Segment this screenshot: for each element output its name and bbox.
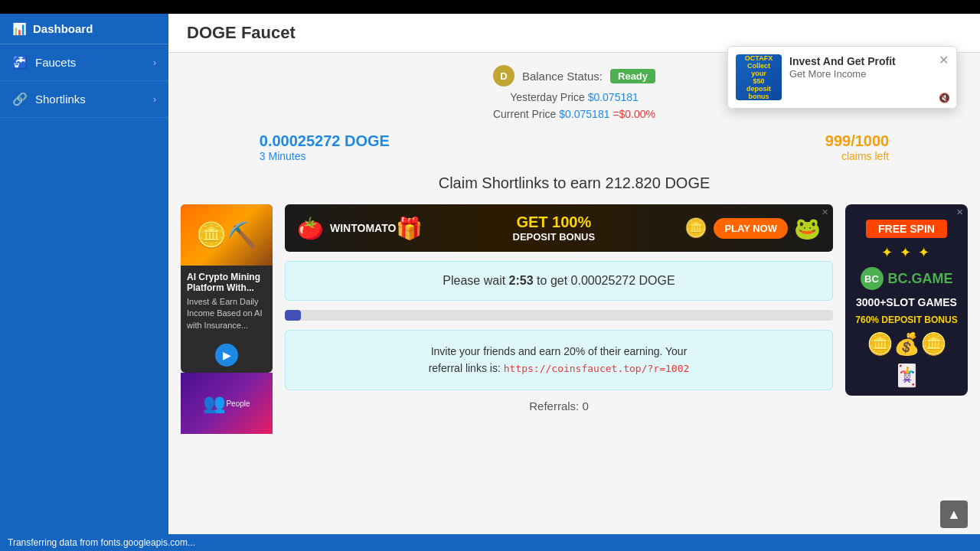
coins-decoration: 🪙💰🪙 (867, 331, 947, 357)
referral-link[interactable]: https://coinsfaucet.top/?r=1002 (504, 363, 690, 374)
notification-title: Invest And Get Profit (789, 54, 931, 68)
notification-subtitle: Get More Income (789, 68, 931, 80)
tomato-icon: 🍅 (297, 216, 324, 241)
notification-img-text: OCTAFXCollectyour$50depositbonus (745, 54, 773, 100)
left-ad-box: 🪙⛏️ AI Crypto Mining Platform With... In… (181, 204, 273, 373)
shortlinks-arrow: › (153, 94, 156, 105)
gift-icon: 🎁 (396, 216, 423, 241)
balance-status-badge: Ready (610, 69, 655, 83)
current-value: $0.075181 (559, 108, 609, 120)
left-ad-text-block: AI Crypto Mining Platform With... Invest… (181, 266, 273, 337)
wintomato-banner[interactable]: ✕ 🍅 WINTOMATO 🎁 GET 100% DEPOSIT BONUS 🪙 (285, 204, 833, 252)
sidebar-item-faucets-label: Faucets (35, 56, 76, 69)
deposit-text: 760% DEPOSIT BONUS (855, 315, 957, 325)
progress-bar-container (285, 310, 833, 321)
page-title: DOGE Faucet (187, 23, 962, 43)
balance-status-row: D Balance Status: Ready (493, 65, 655, 86)
sidebar-item-faucets[interactable]: 🚰 Faucets › (0, 44, 168, 81)
status-bar-text: Transferring data from fonts.googleapis.… (8, 537, 195, 548)
faucets-arrow: › (153, 57, 156, 68)
stat-left: 0.00025272 DOGE 3 Minutes (260, 132, 390, 162)
content-area: D Balance Status: Ready Yesterday Price … (168, 53, 980, 446)
status-bar: Transferring data from fonts.googleapis.… (0, 534, 980, 551)
stats-row: 0.00025272 DOGE 3 Minutes 999/1000 claim… (260, 132, 889, 162)
wintomato-close[interactable]: ✕ (822, 207, 828, 217)
dashboard-icon: 📊 (12, 22, 27, 36)
get-100-text: GET 100% (423, 214, 684, 231)
play-icon: ▶ (223, 349, 231, 361)
stat-right: 999/1000 claims left (825, 132, 889, 162)
stars-decoration: ✦ ✦ ✦ (881, 244, 931, 261)
sidebar: 📊 Dashboard 🚰 Faucets › 🔗 Shortlinks › (0, 14, 168, 551)
wait-box: Please wait 2:53 to get 0.00025272 DOGE (285, 261, 833, 301)
stat-claims-label: claims left (825, 150, 889, 162)
stat-amount: 0.00025272 DOGE (260, 132, 390, 150)
notification-mute-button[interactable]: 🔇 (939, 93, 950, 103)
wait-suffix: to get 0.00025272 DOGE (534, 274, 675, 287)
doge-icon: D (493, 65, 514, 86)
referral-line1: Invite your friends and earn 20% of thei… (298, 343, 820, 360)
notification-text-block: Invest And Get Profit Get More Income (789, 54, 931, 80)
banner-center: GET 100% DEPOSIT BONUS (423, 214, 684, 243)
banner-right: 🪙 PLAY NOW 🐸 (684, 216, 821, 241)
frog-icon: 🐸 (794, 216, 821, 241)
stat-claims-fraction: 999/1000 (825, 132, 889, 150)
notification-image: OCTAFXCollectyour$50depositbonus (736, 54, 782, 100)
referral-box: Invite your friends and earn 20% of thei… (285, 330, 833, 390)
wintomato-left: 🍅 WINTOMATO (297, 216, 396, 241)
notification-popup: OCTAFXCollectyour$50depositbonus Invest … (727, 46, 957, 109)
current-label: Current Price (493, 108, 556, 120)
right-ad: ✕ FREE SPIN ✦ ✦ ✦ BC BC.GAME 3000+SLOT G… (845, 204, 968, 396)
center-content: ✕ 🍅 WINTOMATO 🎁 GET 100% DEPOSIT BONUS 🪙 (285, 204, 833, 412)
sidebar-header[interactable]: 📊 Dashboard (0, 14, 168, 44)
scroll-top-button[interactable]: ▲ (940, 500, 968, 528)
left-ad-description: Invest & Earn Daily Income Based on AI w… (187, 296, 266, 331)
notification-close-button[interactable]: ✕ (939, 54, 949, 67)
right-ad-box: ✕ FREE SPIN ✦ ✦ ✦ BC BC.GAME 3000+SLOT G… (845, 204, 968, 396)
scroll-top-icon: ▲ (947, 507, 961, 523)
stat-timer: 3 Minutes (260, 150, 390, 162)
slots-text: 3000+SLOT GAMES (856, 296, 957, 308)
yesterday-label: Yesterday Price (510, 91, 585, 103)
balance-label: Balance Status: (522, 70, 603, 83)
top-bar (0, 0, 980, 14)
referral-line2: referral links is: https://coinsfaucet.t… (298, 360, 820, 377)
bc-game-text: BC.GAME (888, 271, 953, 287)
current-price-row: Current Price $0.075181 =$0.00% (493, 108, 655, 120)
shortlinks-icon: 🔗 (12, 92, 28, 106)
three-col-layout: 🪙⛏️ AI Crypto Mining Platform With... In… (181, 204, 968, 434)
sidebar-item-shortlinks[interactable]: 🔗 Shortlinks › (0, 81, 168, 118)
wait-prefix: Please wait (443, 274, 508, 287)
faucets-icon: 🚰 (12, 55, 28, 70)
left-ad-play-button[interactable]: ▶ (215, 344, 238, 367)
wintomato-logo-text: WINTOMATO (330, 222, 396, 234)
left-ad-bottom-content: 👥 People (181, 373, 273, 434)
bc-game-logo: BC BC.GAME (861, 267, 953, 290)
right-ad-close[interactable]: ✕ (956, 207, 963, 217)
sidebar-header-label: Dashboard (33, 22, 93, 35)
referral-line2-label: referral links is: (429, 362, 501, 374)
left-ad-title: AI Crypto Mining Platform With... (187, 272, 266, 293)
claim-text: Claim Shortlinks to earn 212.820 DOGE (439, 174, 710, 192)
sidebar-item-faucets-left: 🚰 Faucets (12, 55, 76, 70)
yesterday-value: $0.075181 (588, 91, 639, 103)
price-change: =$0.00% (612, 108, 655, 120)
sidebar-item-shortlinks-label: Shortlinks (35, 93, 86, 106)
free-spin-badge: FREE SPIN (866, 220, 947, 238)
deposit-bonus-text: DEPOSIT BONUS (423, 231, 684, 243)
yesterday-price-row: Yesterday Price $0.075181 (510, 91, 639, 103)
wait-timer: 2:53 (509, 274, 534, 287)
coin-icon: 🪙 (684, 217, 707, 239)
joker-icon: 🃏 (893, 363, 920, 388)
progress-bar-fill (285, 310, 301, 321)
bc-circle: BC (861, 267, 884, 290)
sidebar-item-shortlinks-left: 🔗 Shortlinks (12, 92, 86, 106)
play-now-button[interactable]: PLAY NOW (714, 218, 788, 239)
left-ad: 🪙⛏️ AI Crypto Mining Platform With... In… (181, 204, 273, 434)
referrals-count: Referrals: 0 (285, 399, 833, 412)
left-ad-bottom-image: 👥 People (181, 373, 273, 434)
left-ad-image: 🪙⛏️ (181, 204, 273, 266)
